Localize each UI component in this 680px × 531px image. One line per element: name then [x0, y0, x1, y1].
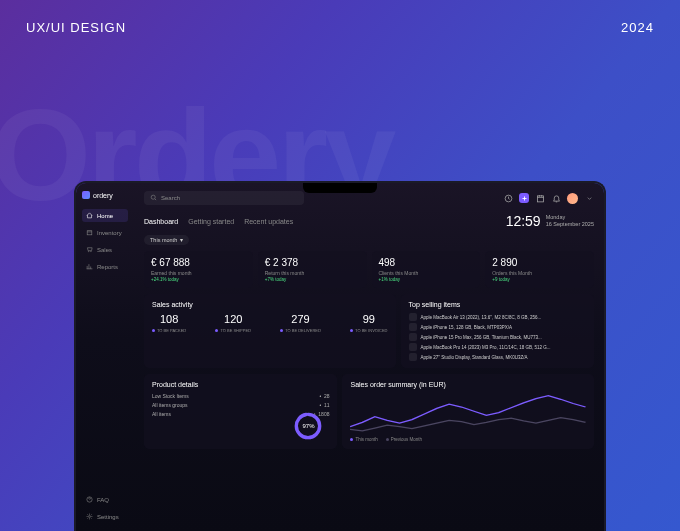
avatar[interactable] — [567, 193, 578, 204]
add-button[interactable] — [519, 193, 529, 203]
stat-label: Earned this month — [151, 270, 246, 276]
bell-icon[interactable] — [551, 193, 561, 203]
sidebar-item-settings[interactable]: Settings — [82, 510, 128, 523]
filter-label: This month — [150, 237, 177, 243]
home-icon — [86, 212, 93, 219]
chevron-down-icon: ▾ — [180, 237, 183, 243]
detail-value: • 28 — [319, 393, 329, 399]
activity-label: TO BE DELIVERED — [280, 328, 321, 333]
app-screen: ordery Home Inventory Sales Reports — [76, 183, 604, 531]
tab-getting-started[interactable]: Getting started — [188, 218, 234, 225]
stat-card: € 2 378Return this month+7% today — [258, 251, 367, 288]
sidebar-item-label: Inventory — [97, 230, 122, 236]
search-icon — [150, 194, 157, 202]
sidebar-item-label: Settings — [97, 514, 119, 520]
laptop-notch — [303, 183, 377, 193]
history-icon[interactable] — [503, 193, 513, 203]
sidebar-item-label: Home — [97, 213, 113, 219]
topbar: Search — [144, 191, 594, 205]
sidebar-item-reports[interactable]: Reports — [82, 260, 128, 273]
activity-item: 279TO BE DELIVERED — [280, 313, 321, 333]
app-logo[interactable]: ordery — [82, 191, 128, 199]
tabs: Dashboard Getting started Recent updates — [144, 218, 293, 225]
chevron-down-icon[interactable] — [584, 193, 594, 203]
stat-value: € 2 378 — [265, 257, 360, 268]
sidebar-item-inventory[interactable]: Inventory — [82, 226, 128, 239]
activity-value: 279 — [280, 313, 321, 325]
svg-point-2 — [89, 516, 91, 518]
detail-label: Low Stock Items — [152, 393, 189, 399]
detail-label: All items — [152, 411, 171, 417]
detail-label: All items groups — [152, 402, 188, 408]
stat-sub: +24.1% today — [151, 277, 246, 282]
list-item[interactable]: Apple iPhone 15 Pro Max, 256 GB, Titaniu… — [409, 333, 586, 341]
activity-item: 120TO BE SHIPPED — [215, 313, 251, 333]
panel-title: Product details — [152, 381, 329, 388]
panel-title: Sales order summary (in EUR) — [350, 381, 586, 388]
sidebar: ordery Home Inventory Sales Reports — [76, 183, 134, 531]
clock: 12:59 Monday 16 September 2025 — [506, 213, 594, 229]
sidebar-item-sales[interactable]: Sales — [82, 243, 128, 256]
panel-title: Top selling items — [409, 301, 586, 308]
sidebar-item-label: Sales — [97, 247, 112, 253]
clock-time: 12:59 — [506, 213, 541, 229]
stat-sub: +1% today — [379, 277, 474, 282]
calendar-icon[interactable] — [535, 193, 545, 203]
list-item[interactable]: Apple iPhone 15, 128 GB, Black, MTP03PX/… — [409, 323, 586, 331]
stat-sub: +9 today — [492, 277, 587, 282]
gear-icon — [86, 513, 93, 520]
sidebar-item-home[interactable]: Home — [82, 209, 128, 222]
item-text: Apple MacBook Air 13 (2022), 13.6", M2 8… — [421, 315, 542, 320]
product-icon — [409, 323, 417, 331]
header-title: UX/UI DESIGN — [26, 20, 126, 35]
activity-label: TO BE PACKED — [152, 328, 186, 333]
sidebar-item-label: Reports — [97, 264, 118, 270]
list-item[interactable]: Apple MacBook Air 13 (2022), 13.6", M2 8… — [409, 313, 586, 321]
activity-value: 108 — [152, 313, 186, 325]
tab-recent-updates[interactable]: Recent updates — [244, 218, 293, 225]
list-item[interactable]: Apple 27" Studio Display, Standard Glass… — [409, 353, 586, 361]
donut-chart: 97% — [293, 411, 323, 441]
activity-item: 108TO BE PACKED — [152, 313, 186, 333]
product-icon — [409, 313, 417, 321]
box-icon — [86, 229, 93, 236]
donut-value: 97% — [302, 423, 314, 429]
stat-label: Orders this Month — [492, 270, 587, 276]
line-chart — [350, 393, 586, 435]
item-text: Apple 27" Studio Display, Standard Glass… — [421, 355, 528, 360]
app-name: ordery — [93, 192, 113, 199]
legend-item: Previous Month — [386, 437, 422, 442]
cart-icon — [86, 246, 93, 253]
stats-grid: € 67 888Earned this month+24.1% today€ 2… — [144, 251, 594, 288]
tab-dashboard[interactable]: Dashboard — [144, 218, 178, 225]
main-content: Search Dashboard Getting started Recent … — [134, 183, 604, 531]
activity-label: TO BE SHIPPED — [215, 328, 251, 333]
clock-date: 16 September 2025 — [546, 221, 594, 228]
sales-summary-panel: Sales order summary (in EUR) This month … — [342, 374, 594, 449]
stat-value: 498 — [379, 257, 474, 268]
svg-point-3 — [151, 195, 155, 199]
list-item[interactable]: Apple MacBook Pro 14 (2023) M3 Pro, 11C/… — [409, 343, 586, 351]
svg-rect-5 — [537, 195, 543, 201]
stat-value: € 67 888 — [151, 257, 246, 268]
sales-activity-panel: Sales activity 108TO BE PACKED120TO BE S… — [144, 294, 396, 368]
detail-row: Low Stock Items• 28 — [152, 393, 329, 399]
logo-icon — [82, 191, 90, 199]
help-icon — [86, 496, 93, 503]
svg-rect-0 — [87, 231, 92, 235]
stat-sub: +7% today — [265, 277, 360, 282]
header-year: 2024 — [621, 20, 654, 35]
activity-item: 99TO BE INVOICED — [350, 313, 387, 333]
search-input[interactable]: Search — [144, 191, 304, 205]
laptop-frame: ordery Home Inventory Sales Reports — [74, 181, 606, 531]
date-filter[interactable]: This month ▾ — [144, 235, 189, 245]
detail-value: • 11 — [319, 402, 329, 408]
stat-label: Return this month — [265, 270, 360, 276]
sidebar-item-faq[interactable]: FAQ — [82, 493, 128, 506]
page-header: UX/UI DESIGN 2024 — [0, 0, 680, 55]
panel-title: Sales activity — [152, 301, 388, 308]
product-icon — [409, 343, 417, 351]
item-text: Apple iPhone 15, 128 GB, Black, MTP03PX/… — [421, 325, 513, 330]
stat-value: 2 890 — [492, 257, 587, 268]
item-text: Apple MacBook Pro 14 (2023) M3 Pro, 11C/… — [421, 345, 551, 350]
